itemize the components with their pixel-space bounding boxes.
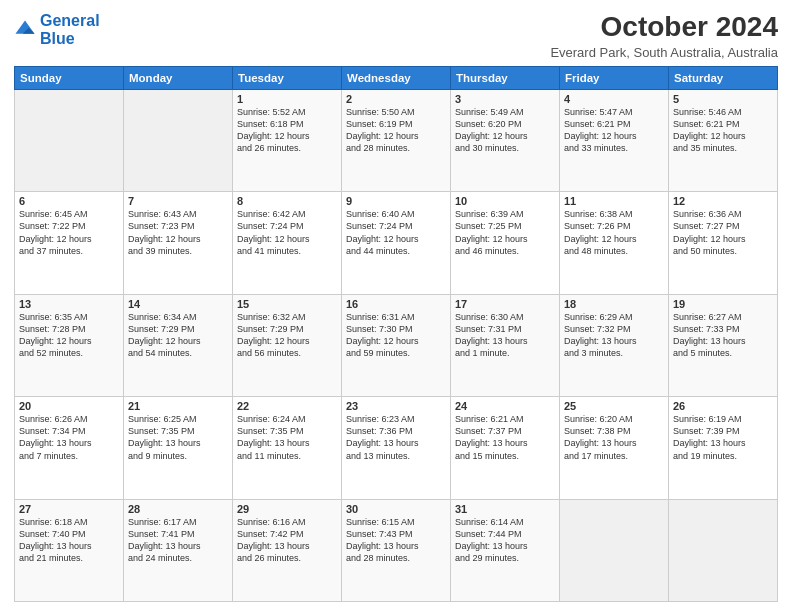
day-number: 5 — [673, 93, 773, 105]
col-saturday: Saturday — [669, 66, 778, 89]
calendar-cell: 16Sunrise: 6:31 AMSunset: 7:30 PMDayligh… — [342, 294, 451, 396]
logo-line2: Blue — [40, 30, 75, 47]
calendar-cell: 22Sunrise: 6:24 AMSunset: 7:35 PMDayligh… — [233, 397, 342, 499]
title-block: October 2024 Everard Park, South Austral… — [550, 12, 778, 60]
cell-content: Sunrise: 6:18 AMSunset: 7:40 PMDaylight:… — [19, 516, 119, 565]
day-number: 27 — [19, 503, 119, 515]
cell-content: Sunrise: 5:46 AMSunset: 6:21 PMDaylight:… — [673, 106, 773, 155]
day-number: 15 — [237, 298, 337, 310]
calendar-cell — [15, 89, 124, 191]
cell-content: Sunrise: 6:27 AMSunset: 7:33 PMDaylight:… — [673, 311, 773, 360]
col-tuesday: Tuesday — [233, 66, 342, 89]
cell-content: Sunrise: 6:20 AMSunset: 7:38 PMDaylight:… — [564, 413, 664, 462]
calendar-cell: 2Sunrise: 5:50 AMSunset: 6:19 PMDaylight… — [342, 89, 451, 191]
cell-content: Sunrise: 6:25 AMSunset: 7:35 PMDaylight:… — [128, 413, 228, 462]
day-number: 8 — [237, 195, 337, 207]
day-number: 14 — [128, 298, 228, 310]
logo-icon — [14, 19, 36, 41]
header-row: Sunday Monday Tuesday Wednesday Thursday… — [15, 66, 778, 89]
calendar-cell: 19Sunrise: 6:27 AMSunset: 7:33 PMDayligh… — [669, 294, 778, 396]
calendar-cell: 26Sunrise: 6:19 AMSunset: 7:39 PMDayligh… — [669, 397, 778, 499]
logo-text: General Blue — [40, 12, 100, 47]
cell-content: Sunrise: 6:36 AMSunset: 7:27 PMDaylight:… — [673, 208, 773, 257]
cell-content: Sunrise: 6:23 AMSunset: 7:36 PMDaylight:… — [346, 413, 446, 462]
calendar-cell: 6Sunrise: 6:45 AMSunset: 7:22 PMDaylight… — [15, 192, 124, 294]
day-number: 16 — [346, 298, 446, 310]
calendar-cell: 18Sunrise: 6:29 AMSunset: 7:32 PMDayligh… — [560, 294, 669, 396]
day-number: 24 — [455, 400, 555, 412]
cell-content: Sunrise: 5:50 AMSunset: 6:19 PMDaylight:… — [346, 106, 446, 155]
calendar-cell: 3Sunrise: 5:49 AMSunset: 6:20 PMDaylight… — [451, 89, 560, 191]
day-number: 28 — [128, 503, 228, 515]
calendar-week-0: 1Sunrise: 5:52 AMSunset: 6:18 PMDaylight… — [15, 89, 778, 191]
page: General Blue October 2024 Everard Park, … — [0, 0, 792, 612]
calendar-cell: 5Sunrise: 5:46 AMSunset: 6:21 PMDaylight… — [669, 89, 778, 191]
day-number: 4 — [564, 93, 664, 105]
day-number: 6 — [19, 195, 119, 207]
calendar-cell: 10Sunrise: 6:39 AMSunset: 7:25 PMDayligh… — [451, 192, 560, 294]
cell-content: Sunrise: 6:15 AMSunset: 7:43 PMDaylight:… — [346, 516, 446, 565]
month-title: October 2024 — [550, 12, 778, 43]
calendar-cell: 23Sunrise: 6:23 AMSunset: 7:36 PMDayligh… — [342, 397, 451, 499]
calendar-cell: 7Sunrise: 6:43 AMSunset: 7:23 PMDaylight… — [124, 192, 233, 294]
cell-content: Sunrise: 6:32 AMSunset: 7:29 PMDaylight:… — [237, 311, 337, 360]
calendar: Sunday Monday Tuesday Wednesday Thursday… — [14, 66, 778, 602]
calendar-cell: 9Sunrise: 6:40 AMSunset: 7:24 PMDaylight… — [342, 192, 451, 294]
day-number: 21 — [128, 400, 228, 412]
day-number: 3 — [455, 93, 555, 105]
day-number: 19 — [673, 298, 773, 310]
logo: General Blue — [14, 12, 100, 47]
calendar-cell: 15Sunrise: 6:32 AMSunset: 7:29 PMDayligh… — [233, 294, 342, 396]
calendar-cell: 4Sunrise: 5:47 AMSunset: 6:21 PMDaylight… — [560, 89, 669, 191]
cell-content: Sunrise: 6:26 AMSunset: 7:34 PMDaylight:… — [19, 413, 119, 462]
cell-content: Sunrise: 6:38 AMSunset: 7:26 PMDaylight:… — [564, 208, 664, 257]
col-monday: Monday — [124, 66, 233, 89]
day-number: 29 — [237, 503, 337, 515]
cell-content: Sunrise: 6:43 AMSunset: 7:23 PMDaylight:… — [128, 208, 228, 257]
cell-content: Sunrise: 6:40 AMSunset: 7:24 PMDaylight:… — [346, 208, 446, 257]
day-number: 26 — [673, 400, 773, 412]
cell-content: Sunrise: 6:45 AMSunset: 7:22 PMDaylight:… — [19, 208, 119, 257]
calendar-cell: 8Sunrise: 6:42 AMSunset: 7:24 PMDaylight… — [233, 192, 342, 294]
calendar-cell: 20Sunrise: 6:26 AMSunset: 7:34 PMDayligh… — [15, 397, 124, 499]
calendar-cell: 17Sunrise: 6:30 AMSunset: 7:31 PMDayligh… — [451, 294, 560, 396]
cell-content: Sunrise: 6:34 AMSunset: 7:29 PMDaylight:… — [128, 311, 228, 360]
cell-content: Sunrise: 6:29 AMSunset: 7:32 PMDaylight:… — [564, 311, 664, 360]
location: Everard Park, South Australia, Australia — [550, 45, 778, 60]
day-number: 23 — [346, 400, 446, 412]
calendar-cell: 13Sunrise: 6:35 AMSunset: 7:28 PMDayligh… — [15, 294, 124, 396]
day-number: 13 — [19, 298, 119, 310]
cell-content: Sunrise: 5:47 AMSunset: 6:21 PMDaylight:… — [564, 106, 664, 155]
calendar-cell: 24Sunrise: 6:21 AMSunset: 7:37 PMDayligh… — [451, 397, 560, 499]
day-number: 9 — [346, 195, 446, 207]
calendar-header: Sunday Monday Tuesday Wednesday Thursday… — [15, 66, 778, 89]
day-number: 18 — [564, 298, 664, 310]
calendar-cell: 25Sunrise: 6:20 AMSunset: 7:38 PMDayligh… — [560, 397, 669, 499]
day-number: 30 — [346, 503, 446, 515]
calendar-cell: 28Sunrise: 6:17 AMSunset: 7:41 PMDayligh… — [124, 499, 233, 601]
calendar-cell — [124, 89, 233, 191]
col-sunday: Sunday — [15, 66, 124, 89]
calendar-cell: 12Sunrise: 6:36 AMSunset: 7:27 PMDayligh… — [669, 192, 778, 294]
cell-content: Sunrise: 6:24 AMSunset: 7:35 PMDaylight:… — [237, 413, 337, 462]
calendar-week-1: 6Sunrise: 6:45 AMSunset: 7:22 PMDaylight… — [15, 192, 778, 294]
logo-line1: General — [40, 12, 100, 29]
calendar-week-2: 13Sunrise: 6:35 AMSunset: 7:28 PMDayligh… — [15, 294, 778, 396]
calendar-cell: 11Sunrise: 6:38 AMSunset: 7:26 PMDayligh… — [560, 192, 669, 294]
calendar-cell — [669, 499, 778, 601]
cell-content: Sunrise: 6:30 AMSunset: 7:31 PMDaylight:… — [455, 311, 555, 360]
calendar-cell: 14Sunrise: 6:34 AMSunset: 7:29 PMDayligh… — [124, 294, 233, 396]
day-number: 25 — [564, 400, 664, 412]
day-number: 2 — [346, 93, 446, 105]
cell-content: Sunrise: 6:31 AMSunset: 7:30 PMDaylight:… — [346, 311, 446, 360]
cell-content: Sunrise: 6:21 AMSunset: 7:37 PMDaylight:… — [455, 413, 555, 462]
day-number: 22 — [237, 400, 337, 412]
day-number: 17 — [455, 298, 555, 310]
day-number: 1 — [237, 93, 337, 105]
calendar-cell: 1Sunrise: 5:52 AMSunset: 6:18 PMDaylight… — [233, 89, 342, 191]
col-wednesday: Wednesday — [342, 66, 451, 89]
calendar-cell — [560, 499, 669, 601]
header: General Blue October 2024 Everard Park, … — [14, 12, 778, 60]
day-number: 11 — [564, 195, 664, 207]
calendar-body: 1Sunrise: 5:52 AMSunset: 6:18 PMDaylight… — [15, 89, 778, 601]
